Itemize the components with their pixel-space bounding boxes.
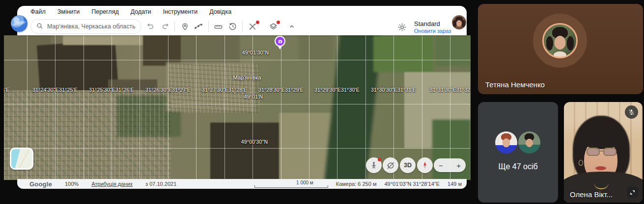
3d-label: 3D (404, 162, 412, 169)
latitude-label: 49°01'30"N (242, 50, 269, 55)
creation-tools-button[interactable] (246, 20, 259, 33)
scale-bracket (254, 185, 328, 188)
google-wordmark: Google (29, 180, 52, 188)
menu-add[interactable]: Додати (131, 8, 151, 15)
field-patch (435, 35, 471, 66)
3d-mode-button[interactable]: 3D (400, 157, 416, 173)
update-now-link[interactable]: Оновити зараз (414, 28, 451, 34)
toolbar-divider (242, 21, 243, 32)
historical-imagery-button[interactable] (226, 20, 239, 33)
data-attribution-link[interactable]: Атрибуція даних (91, 181, 133, 187)
camera-altitude: Камера: 6 250 м (336, 181, 377, 187)
imagery-zoom-value: 100% (65, 181, 79, 187)
participant-video (581, 130, 622, 149)
graticule-line (168, 35, 168, 180)
menu-help[interactable]: Довідка (209, 8, 231, 15)
field-patch (37, 40, 119, 95)
menu-edit[interactable]: Змінити (57, 8, 80, 15)
graticule-line (281, 35, 281, 180)
draw-path-button[interactable] (192, 20, 205, 33)
graticule-line (112, 35, 112, 180)
graticule-line (365, 35, 366, 180)
zoom-out-button[interactable]: − (439, 161, 443, 170)
graticule-line (84, 35, 84, 180)
photo-marker[interactable] (275, 36, 285, 50)
longitude-label: 31°24'30"E31°25'E (32, 87, 78, 93)
map-style-status: Standard Оновити зараз (414, 21, 451, 34)
mic-muted-icon (625, 105, 638, 119)
graticule-line (4, 60, 471, 60)
longitude-label: 31°27'30"E31°28'E (202, 87, 247, 93)
more-participants-count: Ще 47 осіб (478, 162, 558, 171)
account-avatar[interactable] (452, 15, 466, 29)
cursor-coordinates: 49°01'03"N 31°28'14"E (384, 181, 440, 187)
placemark-button[interactable] (178, 20, 191, 33)
latitude-label: 49°01'N (244, 94, 263, 100)
google-earth-logo[interactable] (11, 15, 28, 32)
toolbar-divider (174, 21, 175, 32)
place-label: Мар'янівка (233, 75, 261, 80)
logo-swirl (13, 20, 26, 26)
participant-video (587, 148, 600, 156)
compass[interactable] (417, 157, 433, 173)
menu-tools[interactable]: Інструменти (163, 8, 197, 15)
participant-avatar (542, 23, 578, 58)
notification-dot (256, 21, 259, 24)
overview-map-toggle[interactable] (10, 148, 33, 170)
terrain-elevation: 149 м (448, 181, 462, 187)
layers-button[interactable] (267, 20, 280, 33)
measure-button[interactable] (212, 20, 224, 33)
graticule-line (4, 104, 471, 104)
longitude-label: 31°30'30"E31°31'E (371, 87, 416, 93)
participant-video (599, 151, 604, 152)
participant-video (579, 160, 583, 166)
latitude-label: 49°00'30"N (241, 139, 268, 145)
meet-participants-panel: Тетяна Немченко Ще 47 осіб Олена Вікт... (474, 0, 644, 204)
pegman-button[interactable] (366, 157, 382, 173)
scale-label: 1 000 м (296, 180, 313, 185)
longitude-label: 31°26'30"E31°27'E (145, 87, 191, 93)
search-input[interactable] (47, 23, 136, 30)
longitude-label: 31°28'30"E31°29'E (258, 87, 304, 93)
undo-button[interactable] (144, 20, 157, 33)
more-participants-tile[interactable]: Ще 47 осіб (478, 102, 558, 203)
longitude-label: 4'E (4, 87, 9, 93)
search-box[interactable] (30, 19, 141, 34)
expand-tile-button[interactable] (627, 187, 638, 198)
menu-bar: Файл Змінити Перегляд Додати Інструменти… (30, 8, 231, 15)
earth-header: Файл Змінити Перегляд Додати Інструменти… (17, 6, 467, 35)
graticule-line (252, 35, 253, 180)
satellite-map[interactable]: 49°01'30"N 49°01'N 49°00'30"N 4'E 31°24'… (4, 35, 471, 180)
participant-tile[interactable]: Тетяна Немченко (478, 4, 643, 94)
graticule-line (337, 35, 337, 180)
redo-button[interactable] (159, 20, 171, 33)
zoom-in-button[interactable]: + (456, 161, 461, 170)
participant-video (594, 177, 609, 189)
zoom-control: − + (434, 158, 466, 172)
minimap-road (15, 149, 30, 170)
notification-dot (277, 21, 280, 24)
participant-video-tile[interactable]: Олена Вікт... (564, 102, 643, 203)
map-style-settings-button[interactable] (395, 21, 408, 33)
participant-avatar (518, 131, 540, 153)
google-earth-shared-screen: 49°01'30"N 49°01'N 49°00'30"N 4'E 31°24'… (0, 0, 474, 204)
longitude-label: 31°25'30"E31°26'E (89, 87, 134, 93)
camera-icon (275, 36, 285, 47)
field-patch (210, 123, 281, 180)
imagery-date: з 07.10.2021 (145, 181, 176, 187)
notification-dot (378, 158, 381, 161)
menu-file[interactable]: Файл (30, 8, 46, 15)
graticule-line (196, 35, 196, 180)
graticule-line (309, 35, 309, 180)
graticule-line (224, 35, 225, 180)
longitude-label: 31°29'30"E31°30'E (314, 87, 360, 93)
graticule-line (140, 35, 140, 180)
marker-tail (278, 46, 282, 50)
participant-name: Тетяна Немченко (485, 80, 545, 89)
field-patch (63, 35, 149, 45)
participant-avatar (495, 131, 517, 153)
field-patch (373, 35, 433, 72)
orbit-off-button[interactable] (383, 157, 398, 173)
menu-view[interactable]: Перегляд (91, 8, 118, 15)
collapse-toolbar-button[interactable] (285, 20, 298, 33)
